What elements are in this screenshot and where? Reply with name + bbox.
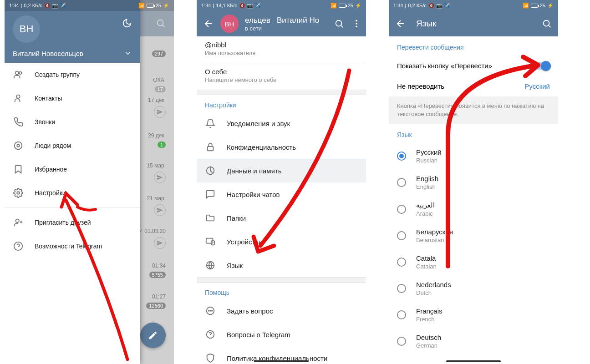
settings-row-language[interactable]: Язык: [197, 253, 366, 277]
phone-drawer-screen: 297 ОКА,17 17 дек. 29 дек.1 15 мар. 21 м…: [5, 0, 174, 364]
more-icon[interactable]: [351, 19, 361, 29]
page-title: Язык: [416, 19, 532, 29]
svg-point-17: [356, 23, 357, 25]
drawer-label: Избранное: [35, 166, 67, 173]
radio[interactable]: [397, 284, 406, 293]
radio[interactable]: [397, 231, 406, 240]
translate-toggle[interactable]: [533, 62, 550, 70]
back-icon[interactable]: [203, 18, 214, 29]
svg-point-32: [544, 20, 549, 26]
radio[interactable]: [397, 178, 406, 187]
svg-point-14: [336, 20, 342, 26]
settings-label: Уведомления и звук: [227, 120, 290, 127]
drawer-item-settings[interactable]: Настройки: [5, 181, 140, 205]
lang-option-german[interactable]: DeutschGerman: [389, 328, 558, 354]
group-icon: [13, 69, 24, 80]
settings-row-data[interactable]: Данные и память: [197, 159, 366, 182]
compose-fab[interactable]: [140, 323, 166, 348]
about-title: О себе: [205, 68, 358, 76]
lock-icon: [205, 142, 216, 152]
about-row[interactable]: О себе Напишите немного о себе: [197, 63, 366, 90]
drawer-item-features[interactable]: Возможности Telegram: [5, 234, 140, 258]
svg-point-4: [16, 95, 20, 98]
settings-row-devices[interactable]: Устройства: [197, 230, 366, 253]
translate-section-title: Перевести сообщения: [389, 36, 558, 56]
nav-drawer: ВН Виталий Новосельцев Создать группу Ко…: [5, 0, 140, 364]
drawer-item-contacts[interactable]: Контакты: [5, 86, 140, 110]
status-bar: 1:34 | 0,2 КБ/с 🔇 📷 ✈️ 📶 25⚡: [5, 0, 174, 11]
drawer-label: Настройки: [35, 189, 66, 197]
svg-line-1: [163, 25, 164, 27]
radio[interactable]: [397, 310, 406, 319]
help-row-ask[interactable]: Задать вопрос: [197, 299, 366, 323]
radio[interactable]: [397, 258, 406, 267]
lang-option-dutch[interactable]: NederlandsDutch: [389, 275, 558, 302]
devices-icon: [205, 236, 216, 247]
bookmark-icon: [13, 164, 24, 175]
dont-translate-value: Русский: [524, 82, 550, 90]
radio-selected[interactable]: [397, 152, 406, 161]
settings-row-folders[interactable]: Папки: [197, 206, 366, 230]
drawer-item-nearby[interactable]: Люди рядом: [5, 134, 140, 157]
language-content[interactable]: Перевести сообщения Показать кнопку «Пер…: [389, 36, 558, 364]
settings-row-privacy[interactable]: Конфиденциальность: [197, 135, 366, 159]
radio[interactable]: [397, 337, 406, 346]
chat-icon: [205, 189, 216, 200]
svg-point-0: [158, 20, 163, 26]
svg-point-6: [15, 142, 22, 150]
lang-option-belarusian[interactable]: БеларускаяBelarusian: [389, 222, 558, 249]
svg-point-28: [212, 310, 213, 311]
drawer-label: Люди рядом: [35, 142, 71, 149]
add-person-icon: [13, 217, 24, 228]
person-icon: [13, 93, 24, 104]
folder-icon: [205, 212, 216, 223]
drawer-label: Звонки: [35, 118, 55, 126]
search-icon[interactable]: [542, 19, 552, 29]
drawer-item-saved[interactable]: Избранное: [5, 157, 140, 181]
help-icon: [13, 241, 24, 252]
lang-option-arabic[interactable]: العربيةArabic: [389, 196, 558, 222]
settings-label: Настройки чатов: [227, 191, 280, 198]
question-icon: [205, 329, 216, 340]
avatar[interactable]: ВН: [13, 15, 40, 43]
night-mode-icon[interactable]: [122, 18, 132, 30]
status-time: 1:34: [9, 3, 19, 8]
username-value: @nibbl: [205, 41, 358, 49]
settings-row-notifications[interactable]: Уведомления и звук: [197, 111, 366, 135]
drawer-item-calls[interactable]: Звонки: [5, 110, 140, 134]
lang-option-catalan[interactable]: CatalàCatalan: [389, 249, 558, 275]
show-translate-label: Показать кнопку «Перевести»: [397, 62, 492, 70]
lang-option-english[interactable]: EnglishEnglish: [389, 169, 558, 196]
lang-option-french[interactable]: FrançaisFrench: [389, 302, 558, 328]
phone-language-screen: Язык 1:34 | 0,2 КБ/с 🔇 📷 ✈️ 📶 25⚡ Переве…: [389, 0, 558, 364]
svg-line-33: [549, 25, 550, 27]
dont-translate-label: Не переводить: [397, 82, 444, 90]
about-hint: Напишите немного о себе: [205, 76, 358, 83]
lang-option-russian[interactable]: РусскийRussian: [389, 143, 558, 169]
radio[interactable]: [397, 205, 406, 214]
battery-pct: 25: [156, 3, 161, 8]
android-nav-bar: [197, 359, 366, 364]
settings-row-chat[interactable]: Настройки чатов: [197, 182, 366, 206]
svg-line-15: [341, 25, 343, 27]
status-bar: 1:34 | 0,2 КБ/с 🔇 📷 ✈️ 📶 25⚡: [389, 0, 558, 11]
svg-point-27: [210, 310, 211, 311]
settings-content[interactable]: @nibbl Имя пользователя О себе Напишите …: [197, 36, 366, 364]
username-row[interactable]: @nibbl Имя пользователя: [197, 36, 366, 63]
drawer-item-create-group[interactable]: Создать группу: [5, 63, 140, 86]
drawer-item-invite[interactable]: Пригласить друзей: [5, 211, 140, 234]
help-row-faq[interactable]: Вопросы о Telegram: [197, 323, 366, 346]
svg-point-18: [356, 26, 357, 28]
search-icon[interactable]: [334, 19, 344, 29]
chevron-down-icon[interactable]: [124, 49, 132, 57]
back-icon[interactable]: [395, 18, 406, 29]
avatar[interactable]: ВН: [220, 15, 239, 33]
svg-point-3: [19, 72, 22, 75]
translate-info: Кнопка «Перевести» появится в меню по на…: [389, 96, 558, 124]
dont-translate-row[interactable]: Не переводить Русский: [389, 76, 558, 96]
phone-settings-screen: ВН ельцев Виталий Но в сети 1:34 | 14,1 …: [197, 0, 366, 364]
drawer-label: Создать группу: [35, 71, 80, 78]
show-translate-button-row[interactable]: Показать кнопку «Перевести»: [389, 56, 558, 76]
data-icon: [205, 165, 216, 176]
drawer-label: Пригласить друзей: [35, 219, 91, 226]
